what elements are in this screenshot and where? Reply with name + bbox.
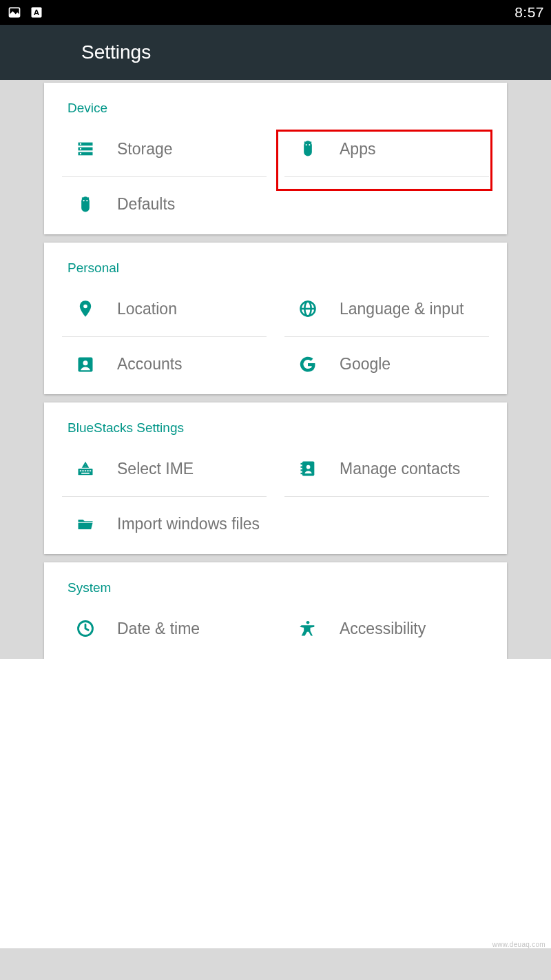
folder-icon [74,513,96,535]
watermark: www.deuaq.com [492,941,545,948]
svg-rect-32 [301,463,302,465]
empty-cell [284,496,489,551]
svg-point-22 [83,360,88,365]
text-notification-icon: A [29,5,44,20]
location-icon [74,298,96,320]
status-bar: A 8:57 [0,0,551,25]
item-manage-contacts[interactable]: Manage contacts [284,441,489,496]
status-time: 8:57 [514,4,544,21]
card-system: System Date & time Accessibility [44,562,507,659]
card-device: Device Storage Apps Defaults [44,83,507,234]
item-label: Language & input [340,300,464,318]
item-label: Storage [117,140,173,159]
svg-text:A: A [34,8,40,17]
svg-rect-33 [301,467,302,468]
empty-cell [284,176,489,232]
svg-point-16 [86,200,87,201]
globe-icon [297,298,319,320]
contacts-icon [297,458,319,480]
google-icon [297,354,319,376]
card-bluestacks: BlueStacks Settings Select IME Manage co… [44,402,507,554]
android-icon [74,194,96,216]
svg-point-38 [306,621,310,624]
item-label: Date & time [117,620,200,638]
item-location[interactable]: Location [62,281,267,336]
item-language[interactable]: Language & input [284,281,489,336]
svg-rect-23 [79,469,93,475]
section-title-system: System [44,562,507,601]
svg-point-11 [306,144,307,145]
card-personal: Personal Location Language & input Accou… [44,243,507,394]
item-label: Accounts [117,355,183,374]
svg-point-7 [80,148,81,150]
svg-rect-28 [90,470,91,471]
item-label: Select IME [117,460,194,478]
section-title-device: Device [44,83,507,121]
item-accounts[interactable]: Accounts [62,336,267,391]
accessibility-icon [297,617,319,640]
app-bar: Settings [0,25,551,80]
svg-point-17 [83,305,87,309]
svg-point-12 [309,144,310,145]
svg-rect-35 [301,473,302,474]
clock-icon [74,617,96,640]
item-label: Location [117,300,177,318]
item-label: Google [340,355,391,374]
section-title-bluestacks: BlueStacks Settings [44,402,507,441]
item-storage[interactable]: Storage [62,121,267,176]
item-label: Accessibility [340,620,426,638]
svg-rect-26 [85,470,86,471]
item-label: Manage contacts [340,460,460,478]
blank-area [0,659,551,948]
item-date-time[interactable]: Date & time [62,601,267,656]
svg-rect-25 [82,470,83,471]
svg-point-15 [83,200,85,201]
section-title-personal: Personal [44,243,507,281]
account-icon [74,354,96,376]
item-defaults[interactable]: Defaults [62,176,267,232]
android-icon [297,138,319,160]
item-label: Import windows files [117,515,260,533]
svg-rect-34 [301,469,302,471]
svg-point-6 [80,143,81,145]
item-apps[interactable]: Apps [284,121,489,176]
keyboard-icon [74,458,96,480]
item-label: Defaults [117,195,175,214]
svg-rect-27 [87,470,88,471]
storage-icon [74,138,96,160]
item-accessibility[interactable]: Accessibility [284,601,489,656]
item-select-ime[interactable]: Select IME [62,441,267,496]
svg-rect-24 [80,470,81,471]
page-title: Settings [81,41,151,63]
settings-content: Device Storage Apps Defaults [0,80,551,659]
svg-point-8 [80,153,81,154]
svg-point-36 [306,465,311,469]
image-notification-icon [7,5,22,20]
item-label: Apps [340,140,375,159]
svg-rect-29 [81,473,90,474]
item-google[interactable]: Google [284,336,489,391]
item-import-files[interactable]: Import windows files [62,496,267,551]
